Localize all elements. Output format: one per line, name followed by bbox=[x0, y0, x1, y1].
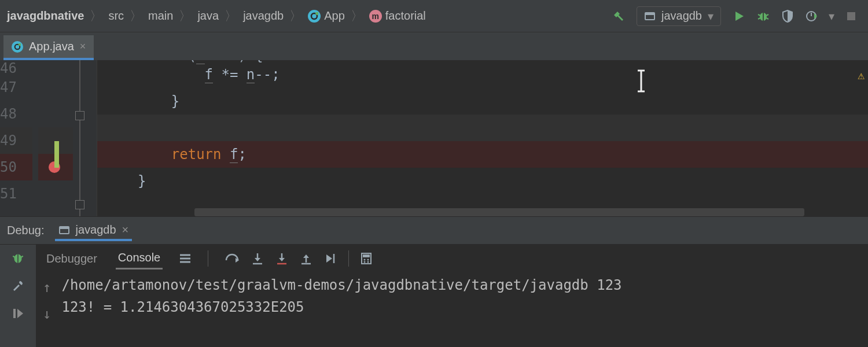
code-editor[interactable]: 46 47 48 49 50 51 💡 while (n > 1) { f *=… bbox=[0, 60, 868, 216]
breadcrumb-root[interactable]: javagdbnative bbox=[7, 9, 84, 23]
close-tab-button[interactable]: × bbox=[80, 40, 86, 53]
svg-point-36 bbox=[367, 261, 369, 263]
code-token: > 1) { bbox=[205, 60, 263, 64]
method-icon: m bbox=[369, 10, 382, 23]
step-out-icon bbox=[300, 252, 312, 265]
svg-rect-3 bbox=[645, 13, 654, 15]
resume-icon bbox=[12, 307, 24, 320]
fold-handle-icon[interactable] bbox=[75, 200, 84, 209]
step-out-button[interactable] bbox=[300, 252, 312, 265]
coverage-button[interactable] bbox=[778, 6, 797, 26]
code-area[interactable]: while (n > 1) { f *= n--; } return f; } bbox=[97, 60, 868, 216]
debugger-tab[interactable]: Debugger bbox=[44, 249, 100, 269]
chevron-down-icon: ▾ bbox=[708, 9, 713, 23]
close-session-button[interactable]: × bbox=[122, 223, 129, 237]
svg-rect-32 bbox=[363, 254, 370, 257]
step-into-icon bbox=[251, 252, 264, 265]
fold-handle-icon[interactable] bbox=[75, 111, 84, 120]
scroll-down-button[interactable]: ↓ bbox=[43, 306, 51, 322]
svg-point-35 bbox=[364, 261, 366, 263]
breadcrumb-method[interactable]: m factorial bbox=[369, 9, 426, 23]
step-over-button[interactable] bbox=[225, 252, 240, 265]
code-token: ( bbox=[179, 60, 196, 64]
code-token: while bbox=[138, 60, 179, 64]
console-tab[interactable]: Console bbox=[116, 248, 163, 270]
chevron-right-icon: 〉 bbox=[178, 8, 193, 25]
evaluate-expression-button[interactable] bbox=[361, 252, 372, 265]
separator bbox=[348, 250, 349, 267]
console-line: 123! = 1.2146304367025332E205 bbox=[61, 299, 621, 315]
code-token: } bbox=[138, 173, 146, 189]
code-token: --; bbox=[255, 67, 279, 83]
text-cursor-icon bbox=[635, 69, 647, 93]
profiler-icon bbox=[806, 10, 818, 23]
profile-button[interactable] bbox=[802, 6, 822, 26]
debug-button[interactable] bbox=[753, 6, 773, 26]
code-token: f bbox=[205, 67, 213, 83]
wrench-icon bbox=[12, 279, 24, 292]
svg-line-18 bbox=[13, 256, 14, 257]
breadcrumb-main[interactable]: main bbox=[148, 9, 173, 23]
hammer-icon bbox=[612, 10, 625, 23]
debug-session-tab[interactable]: javagdb × bbox=[55, 220, 133, 241]
svg-rect-20 bbox=[13, 309, 16, 318]
console-output: /home/artamonov/test/graalvm-demos/javag… bbox=[61, 277, 621, 322]
code-token: } bbox=[171, 93, 179, 109]
breadcrumb-class-label: App bbox=[324, 9, 345, 23]
settings-button[interactable] bbox=[8, 276, 28, 296]
svg-line-19 bbox=[21, 256, 23, 257]
code-token: n bbox=[196, 60, 204, 64]
scroll-up-button[interactable]: ↑ bbox=[43, 279, 51, 296]
code-token bbox=[138, 93, 171, 109]
stop-icon bbox=[846, 11, 856, 21]
build-button[interactable] bbox=[609, 6, 628, 26]
editor-tab-app-java[interactable]: App.java × bbox=[3, 35, 94, 60]
code-token bbox=[138, 146, 171, 163]
force-step-into-icon bbox=[275, 252, 288, 265]
warning-icon[interactable]: ⚠ bbox=[858, 68, 865, 82]
line-number-gutter: 46 47 48 49 50 51 bbox=[0, 60, 38, 216]
svg-rect-15 bbox=[60, 227, 69, 229]
threads-button[interactable] bbox=[179, 253, 192, 264]
editor-tabstrip: App.java × bbox=[0, 32, 868, 60]
stepping-toolbar bbox=[225, 250, 372, 267]
code-token: f bbox=[230, 146, 238, 163]
class-icon bbox=[308, 10, 321, 23]
svg-point-33 bbox=[364, 259, 366, 261]
breadcrumb-src[interactable]: src bbox=[108, 9, 124, 23]
chevron-down-icon: ▾ bbox=[829, 9, 834, 23]
debug-console[interactable]: ↑ ↓ /home/artamonov/test/graalvm-demos/j… bbox=[36, 272, 868, 327]
line-number: 49 bbox=[0, 127, 32, 154]
force-step-into-button[interactable] bbox=[275, 252, 288, 265]
chevron-right-icon: 〉 bbox=[223, 8, 238, 25]
breadcrumb-method-label: factorial bbox=[385, 9, 426, 23]
breakpoint-gutter[interactable]: 💡 bbox=[38, 60, 73, 216]
horizontal-scrollbar[interactable] bbox=[194, 208, 804, 216]
separator bbox=[208, 250, 208, 267]
breadcrumb-java[interactable]: java bbox=[197, 9, 219, 23]
bug-icon bbox=[11, 251, 25, 265]
svg-line-7 bbox=[766, 14, 768, 16]
debug-title: Debug: bbox=[7, 224, 45, 237]
resume-button[interactable] bbox=[8, 304, 28, 323]
console-nav: ↑ ↓ bbox=[43, 277, 51, 322]
folding-gutter[interactable] bbox=[73, 60, 97, 216]
code-token bbox=[138, 67, 205, 83]
code-token: *= bbox=[213, 67, 247, 83]
breadcrumb-class[interactable]: App bbox=[308, 9, 345, 23]
top-toolbar: javagdbnative 〉 src 〉 main 〉 java 〉 java… bbox=[0, 0, 868, 32]
debug-toolwindow: Debugger Console ↑ ↓ /home/arta bbox=[0, 244, 868, 347]
run-configuration-selector[interactable]: javagdb ▾ bbox=[637, 6, 721, 26]
chevron-right-icon: 〉 bbox=[288, 8, 303, 25]
svg-point-34 bbox=[367, 259, 369, 261]
line-number: 51 bbox=[0, 180, 32, 207]
breadcrumb-package[interactable]: javagdb bbox=[243, 9, 284, 23]
run-button[interactable] bbox=[729, 6, 749, 26]
code-token: return bbox=[171, 146, 222, 163]
rerun-debug-button[interactable] bbox=[8, 248, 28, 268]
more-run-options[interactable]: ▾ bbox=[826, 6, 837, 26]
step-into-button[interactable] bbox=[251, 252, 264, 265]
line-number: 46 bbox=[0, 60, 32, 74]
stop-button[interactable] bbox=[841, 6, 861, 26]
run-to-cursor-button[interactable] bbox=[324, 252, 337, 265]
